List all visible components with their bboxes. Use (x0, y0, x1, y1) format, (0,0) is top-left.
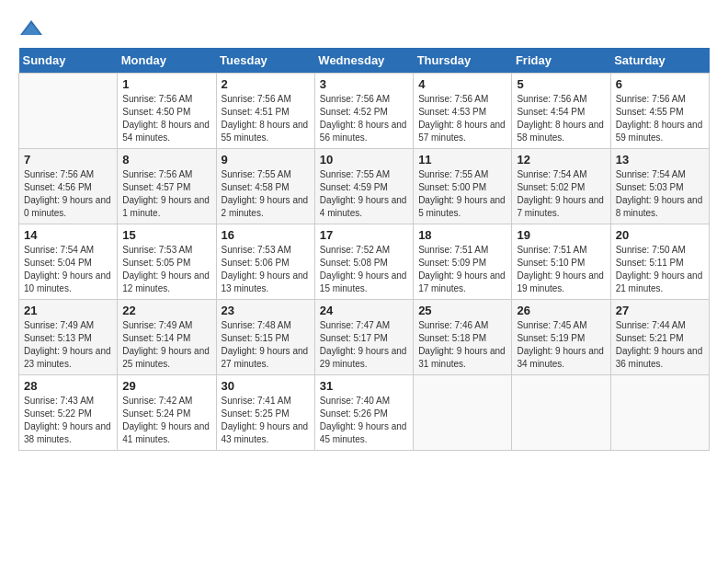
day-number: 29 (122, 379, 210, 393)
calendar-week-row: 21 Sunrise: 7:49 AMSunset: 5:13 PMDaylig… (19, 300, 710, 375)
day-number: 22 (122, 304, 210, 317)
calendar-day-cell: 8 Sunrise: 7:56 AMSunset: 4:57 PMDayligh… (118, 149, 216, 224)
calendar-day-cell: 12 Sunrise: 7:54 AMSunset: 5:02 PMDaylig… (512, 149, 610, 224)
calendar-day-cell: 18 Sunrise: 7:51 AMSunset: 5:09 PMDaylig… (414, 224, 512, 300)
day-info: Sunrise: 7:56 AMSunset: 4:52 PMDaylight:… (320, 93, 408, 144)
weekday-header-cell: Friday (512, 48, 610, 74)
calendar-table: SundayMondayTuesdayWednesdayThursdayFrid… (18, 48, 710, 451)
day-number: 12 (517, 153, 605, 167)
day-info: Sunrise: 7:52 AMSunset: 5:08 PMDaylight:… (320, 244, 408, 295)
calendar-day-cell: 1 Sunrise: 7:56 AMSunset: 4:50 PMDayligh… (118, 74, 216, 149)
calendar-day-cell (512, 375, 610, 451)
day-info: Sunrise: 7:56 AMSunset: 4:50 PMDaylight:… (122, 93, 210, 144)
calendar-week-row: 14 Sunrise: 7:54 AMSunset: 5:04 PMDaylig… (19, 224, 710, 300)
calendar-day-cell: 17 Sunrise: 7:52 AMSunset: 5:08 PMDaylig… (314, 224, 413, 300)
calendar-week-row: 1 Sunrise: 7:56 AMSunset: 4:50 PMDayligh… (19, 74, 710, 149)
day-info: Sunrise: 7:53 AMSunset: 5:05 PMDaylight:… (122, 244, 210, 295)
day-info: Sunrise: 7:54 AMSunset: 5:02 PMDaylight:… (517, 168, 605, 220)
day-info: Sunrise: 7:55 AMSunset: 5:00 PMDaylight:… (418, 168, 506, 220)
day-number: 25 (418, 304, 506, 317)
day-number: 5 (517, 77, 605, 91)
calendar-day-cell: 13 Sunrise: 7:54 AMSunset: 5:03 PMDaylig… (610, 149, 709, 224)
calendar-day-cell: 11 Sunrise: 7:55 AMSunset: 5:00 PMDaylig… (414, 149, 512, 224)
day-number: 30 (222, 379, 310, 393)
calendar-day-cell: 10 Sunrise: 7:55 AMSunset: 4:59 PMDaylig… (314, 149, 413, 224)
day-info: Sunrise: 7:43 AMSunset: 5:22 PMDaylight:… (24, 395, 112, 446)
calendar-day-cell: 22 Sunrise: 7:49 AMSunset: 5:14 PMDaylig… (118, 300, 216, 375)
calendar-week-row: 28 Sunrise: 7:43 AMSunset: 5:22 PMDaylig… (19, 375, 710, 451)
calendar-day-cell: 6 Sunrise: 7:56 AMSunset: 4:55 PMDayligh… (610, 74, 709, 149)
day-info: Sunrise: 7:49 AMSunset: 5:14 PMDaylight:… (122, 319, 210, 371)
calendar-day-cell: 5 Sunrise: 7:56 AMSunset: 4:54 PMDayligh… (512, 74, 610, 149)
day-number: 2 (222, 77, 310, 91)
day-number: 28 (24, 379, 112, 393)
calendar-day-cell: 25 Sunrise: 7:46 AMSunset: 5:18 PMDaylig… (414, 300, 512, 375)
calendar-day-cell: 26 Sunrise: 7:45 AMSunset: 5:19 PMDaylig… (512, 300, 610, 375)
day-info: Sunrise: 7:47 AMSunset: 5:17 PMDaylight:… (320, 319, 408, 371)
day-info: Sunrise: 7:49 AMSunset: 5:13 PMDaylight:… (24, 319, 112, 371)
day-info: Sunrise: 7:56 AMSunset: 4:57 PMDaylight:… (122, 168, 210, 220)
day-number: 13 (616, 153, 704, 167)
calendar-day-cell: 23 Sunrise: 7:48 AMSunset: 5:15 PMDaylig… (216, 300, 314, 375)
day-number: 26 (517, 304, 605, 317)
day-number: 31 (320, 379, 408, 393)
day-number: 23 (222, 304, 310, 317)
day-info: Sunrise: 7:44 AMSunset: 5:21 PMDaylight:… (616, 319, 704, 371)
calendar-day-cell: 16 Sunrise: 7:53 AMSunset: 5:06 PMDaylig… (216, 224, 314, 300)
day-number: 4 (418, 77, 506, 91)
calendar-day-cell: 15 Sunrise: 7:53 AMSunset: 5:05 PMDaylig… (118, 224, 216, 300)
day-info: Sunrise: 7:56 AMSunset: 4:56 PMDaylight:… (24, 168, 112, 220)
day-info: Sunrise: 7:42 AMSunset: 5:24 PMDaylight:… (122, 395, 210, 446)
calendar-day-cell: 20 Sunrise: 7:50 AMSunset: 5:11 PMDaylig… (610, 224, 709, 300)
day-number: 14 (24, 228, 112, 242)
day-number: 3 (320, 77, 408, 91)
day-info: Sunrise: 7:48 AMSunset: 5:15 PMDaylight:… (222, 319, 310, 371)
day-info: Sunrise: 7:56 AMSunset: 4:54 PMDaylight:… (517, 93, 605, 144)
day-number: 1 (122, 77, 210, 91)
header (18, 18, 710, 39)
day-number: 11 (418, 153, 506, 167)
day-number: 19 (517, 228, 605, 242)
day-info: Sunrise: 7:51 AMSunset: 5:10 PMDaylight:… (517, 244, 605, 295)
calendar-day-cell: 14 Sunrise: 7:54 AMSunset: 5:04 PMDaylig… (19, 224, 118, 300)
calendar-day-cell: 9 Sunrise: 7:55 AMSunset: 4:58 PMDayligh… (216, 149, 314, 224)
weekday-header-row: SundayMondayTuesdayWednesdayThursdayFrid… (19, 48, 710, 74)
calendar-day-cell: 3 Sunrise: 7:56 AMSunset: 4:52 PMDayligh… (314, 74, 413, 149)
weekday-header-cell: Monday (118, 48, 216, 74)
day-number: 17 (320, 228, 408, 242)
day-number: 10 (320, 153, 408, 167)
day-info: Sunrise: 7:56 AMSunset: 4:51 PMDaylight:… (222, 93, 310, 144)
day-info: Sunrise: 7:45 AMSunset: 5:19 PMDaylight:… (517, 319, 605, 371)
day-number: 18 (418, 228, 506, 242)
calendar-week-row: 7 Sunrise: 7:56 AMSunset: 4:56 PMDayligh… (19, 149, 710, 224)
calendar-day-cell: 19 Sunrise: 7:51 AMSunset: 5:10 PMDaylig… (512, 224, 610, 300)
calendar-day-cell: 29 Sunrise: 7:42 AMSunset: 5:24 PMDaylig… (118, 375, 216, 451)
day-info: Sunrise: 7:46 AMSunset: 5:18 PMDaylight:… (418, 319, 506, 371)
calendar-day-cell: 28 Sunrise: 7:43 AMSunset: 5:22 PMDaylig… (19, 375, 118, 451)
calendar-day-cell (610, 375, 709, 451)
day-number: 24 (320, 304, 408, 317)
day-info: Sunrise: 7:55 AMSunset: 4:59 PMDaylight:… (320, 168, 408, 220)
day-info: Sunrise: 7:54 AMSunset: 5:03 PMDaylight:… (616, 168, 704, 220)
day-number: 8 (122, 153, 210, 167)
day-number: 15 (122, 228, 210, 242)
day-info: Sunrise: 7:55 AMSunset: 4:58 PMDaylight:… (222, 168, 310, 220)
weekday-header-cell: Thursday (414, 48, 512, 74)
day-number: 20 (616, 228, 704, 242)
calendar-day-cell: 7 Sunrise: 7:56 AMSunset: 4:56 PMDayligh… (19, 149, 118, 224)
day-info: Sunrise: 7:56 AMSunset: 4:55 PMDaylight:… (616, 93, 704, 144)
weekday-header-cell: Sunday (19, 48, 118, 74)
day-info: Sunrise: 7:56 AMSunset: 4:53 PMDaylight:… (418, 93, 506, 144)
calendar-day-cell: 4 Sunrise: 7:56 AMSunset: 4:53 PMDayligh… (414, 74, 512, 149)
calendar-day-cell (19, 74, 118, 149)
day-number: 21 (24, 304, 112, 317)
day-info: Sunrise: 7:51 AMSunset: 5:09 PMDaylight:… (418, 244, 506, 295)
day-info: Sunrise: 7:54 AMSunset: 5:04 PMDaylight:… (24, 244, 112, 295)
day-number: 27 (616, 304, 704, 317)
day-number: 9 (222, 153, 310, 167)
calendar-day-cell: 21 Sunrise: 7:49 AMSunset: 5:13 PMDaylig… (19, 300, 118, 375)
calendar-day-cell: 2 Sunrise: 7:56 AMSunset: 4:51 PMDayligh… (216, 74, 314, 149)
day-info: Sunrise: 7:41 AMSunset: 5:25 PMDaylight:… (222, 395, 310, 446)
calendar-day-cell (414, 375, 512, 451)
weekday-header-cell: Wednesday (314, 48, 413, 74)
